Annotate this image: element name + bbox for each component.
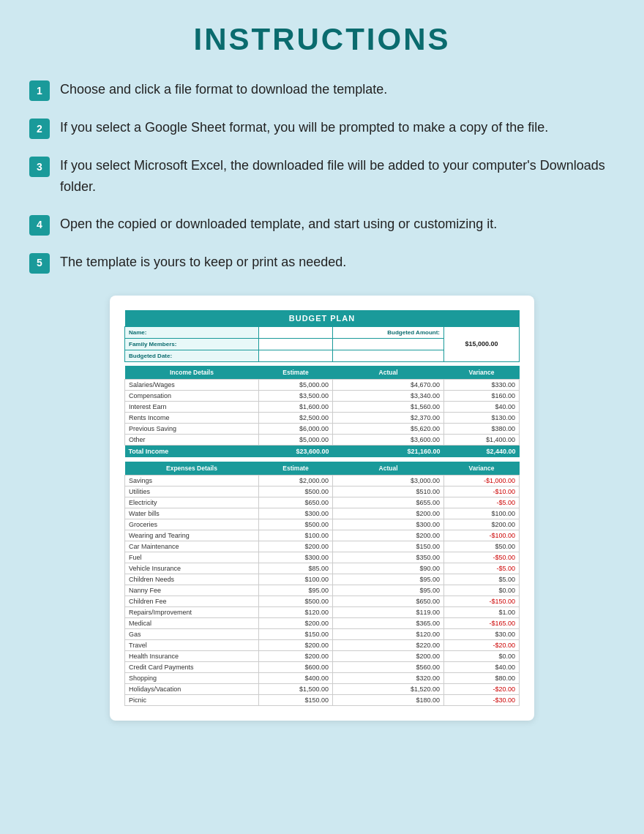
expenses-cell: Gas: [125, 629, 259, 640]
budget-table: BUDGET PLAN Name: Budgeted Amount: $15,0…: [124, 310, 520, 707]
income-col-4: Variance: [444, 366, 520, 380]
income-cell: $40.00: [444, 402, 520, 413]
expenses-cell: $600.00: [258, 662, 332, 673]
expenses-cell: Credit Card Payments: [125, 662, 259, 673]
income-cell: $5,000.00: [258, 435, 332, 446]
expenses-cell: $200.00: [258, 541, 332, 552]
expenses-cell: $150.00: [333, 541, 444, 552]
expenses-row: Water bills$300.00$200.00$100.00: [125, 508, 520, 519]
expenses-row: Holidays/Vacation$1,500.00$1,520.00-$20.…: [125, 684, 520, 695]
income-cell: $1,600.00: [258, 402, 332, 413]
expenses-cell: Shopping: [125, 673, 259, 684]
instruction-item-4: 4 Open the copied or downloaded template…: [29, 214, 615, 236]
income-total-estimate: $23,600.00: [258, 446, 332, 458]
expenses-cell: $150.00: [258, 629, 332, 640]
income-cell: Salaries/Wages: [125, 380, 259, 391]
income-cell: $1,560.00: [333, 402, 444, 413]
expenses-cell: $400.00: [258, 673, 332, 684]
income-total-row: Total Income $23,600.00 $21,160.00 $2,44…: [125, 446, 520, 458]
expenses-cell: $0.00: [444, 651, 520, 662]
expenses-cell: $95.00: [258, 585, 332, 596]
expenses-cell: Electricity: [125, 497, 259, 508]
income-cell: $3,600.00: [333, 435, 444, 446]
expenses-row: Credit Card Payments$600.00$560.00$40.00: [125, 662, 520, 673]
expenses-cell: $500.00: [258, 519, 332, 530]
expenses-cell: Vehicle Insurance: [125, 563, 259, 574]
name-value: [258, 326, 332, 338]
expenses-row: Gas$150.00$120.00$30.00: [125, 629, 520, 640]
expenses-cell: $2,000.00: [258, 476, 332, 487]
expenses-cell: $100.00: [444, 508, 520, 519]
expenses-cell: $95.00: [333, 585, 444, 596]
expenses-cell: $95.00: [333, 574, 444, 585]
income-cell: $130.00: [444, 413, 520, 424]
family-label: Family Members:: [125, 338, 259, 350]
budget-title: BUDGET PLAN: [125, 310, 520, 327]
expenses-cell: $300.00: [333, 519, 444, 530]
expenses-cell: $510.00: [333, 487, 444, 497]
income-cell: $1,400.00: [444, 435, 520, 446]
expenses-cell: $5.00: [444, 574, 520, 585]
expenses-cell: Repairs/Improvement: [125, 607, 259, 618]
instruction-item-3: 3 If you select Microsoft Excel, the dow…: [29, 155, 615, 198]
expenses-row: Health Insurance$200.00$200.00$0.00: [125, 651, 520, 662]
budget-title-row: BUDGET PLAN: [125, 310, 520, 327]
instruction-text-4: Open the copied or downloaded template, …: [60, 214, 615, 235]
income-cell: $5,000.00: [258, 380, 332, 391]
expenses-cell: -$5.00: [444, 563, 520, 574]
expenses-cell: -$20.00: [444, 640, 520, 651]
income-cell: Rents Income: [125, 413, 259, 424]
expenses-row: Wearing and Tearing$100.00$200.00-$100.0…: [125, 530, 520, 541]
income-total-label: Total Income: [125, 446, 259, 458]
expenses-cell: $1,520.00: [333, 684, 444, 695]
expenses-cell: Picnic: [125, 695, 259, 706]
expenses-cell: Medical: [125, 618, 259, 629]
expenses-cell: $200.00: [333, 508, 444, 519]
expenses-cell: Wearing and Tearing: [125, 530, 259, 541]
income-row: Salaries/Wages$5,000.00$4,670.00$330.00: [125, 380, 520, 391]
expenses-row: Car Maintenance$200.00$150.00$50.00: [125, 541, 520, 552]
expenses-cell: $500.00: [258, 487, 332, 497]
expenses-row: Children Fee$500.00$650.00-$150.00: [125, 596, 520, 607]
expenses-cell: Car Maintenance: [125, 541, 259, 552]
expenses-cell: Children Needs: [125, 574, 259, 585]
date-label: Budgeted Date:: [125, 350, 259, 361]
expenses-cell: -$165.00: [444, 618, 520, 629]
income-header-row: Income Details Estimate Actual Variance: [125, 366, 520, 380]
expenses-cell: -$20.00: [444, 684, 520, 695]
expenses-cell: $50.00: [444, 541, 520, 552]
expenses-cell: $500.00: [258, 596, 332, 607]
expenses-cell: Children Fee: [125, 596, 259, 607]
expenses-cell: Water bills: [125, 508, 259, 519]
expenses-cell: $200.00: [258, 618, 332, 629]
expenses-cell: $90.00: [333, 563, 444, 574]
income-row: Other$5,000.00$3,600.00$1,400.00: [125, 435, 520, 446]
expenses-cell: -$5.00: [444, 497, 520, 508]
expenses-row: Fuel$300.00$350.00-$50.00: [125, 552, 520, 563]
instruction-item-1: 1 Choose and click a file format to down…: [29, 79, 615, 101]
spreadsheet-container: BUDGET PLAN Name: Budgeted Amount: $15,0…: [110, 296, 534, 721]
instruction-text-1: Choose and click a file format to downlo…: [60, 79, 615, 100]
income-cell: $2,370.00: [333, 413, 444, 424]
step-badge-5: 5: [29, 253, 50, 274]
expenses-col-4: Variance: [444, 462, 520, 476]
income-cell: $160.00: [444, 391, 520, 402]
expenses-row: Electricity$650.00$655.00-$5.00: [125, 497, 520, 508]
expenses-col-2: Estimate: [258, 462, 332, 476]
expenses-cell: $120.00: [333, 629, 444, 640]
income-cell: $4,670.00: [333, 380, 444, 391]
income-cell: $6,000.00: [258, 424, 332, 435]
expenses-cell: $320.00: [333, 673, 444, 684]
info-name-row: Name: Budgeted Amount: $15,000.00: [125, 326, 520, 338]
income-cell: $3,340.00: [333, 391, 444, 402]
expenses-cell: $150.00: [258, 695, 332, 706]
expenses-cell: -$10.00: [444, 487, 520, 497]
instruction-item-5: 5 The template is yours to keep or print…: [29, 252, 615, 274]
expenses-cell: Holidays/Vacation: [125, 684, 259, 695]
expenses-cell: $120.00: [258, 607, 332, 618]
expenses-row: Nanny Fee$95.00$95.00$0.00: [125, 585, 520, 596]
expenses-cell: Travel: [125, 640, 259, 651]
expenses-row: Vehicle Insurance$85.00$90.00-$5.00: [125, 563, 520, 574]
expenses-cell: Health Insurance: [125, 651, 259, 662]
income-cell: Previous Saving: [125, 424, 259, 435]
